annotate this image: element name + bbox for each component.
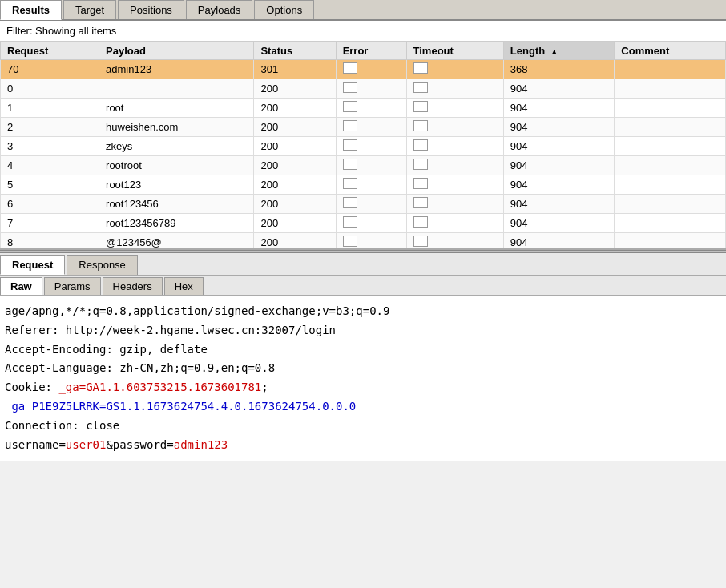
table-cell [99, 79, 254, 99]
table-cell: 3 [1, 137, 99, 156]
request-text-black: Accept-Encoding: gzip, deflate [5, 343, 208, 356]
table-cell: 70 [1, 60, 99, 79]
table-cell: huweishen.com [99, 118, 254, 137]
tab-request[interactable]: Request [0, 255, 65, 275]
error-checkbox[interactable] [343, 139, 357, 151]
table-cell: 200 [254, 214, 336, 233]
table-cell: 6 [1, 195, 99, 214]
table-cell [406, 137, 503, 156]
table-row[interactable]: 6root123456200904 [1, 195, 726, 214]
table-cell [615, 60, 726, 79]
table-cell [615, 118, 726, 137]
table-row[interactable]: 3zkeys200904 [1, 137, 726, 156]
request-text-black: &password= [106, 438, 173, 451]
timeout-checkbox[interactable] [413, 101, 428, 112]
table-cell: @123456@ [99, 233, 254, 251]
table-cell: 904 [503, 156, 614, 175]
table-row[interactable]: 1root200904 [1, 99, 726, 118]
request-text-black: ; [261, 381, 268, 393]
col-status[interactable]: Status [254, 42, 336, 60]
timeout-checkbox[interactable] [413, 120, 428, 131]
table-row[interactable]: 70admin123301368 [1, 60, 726, 79]
error-checkbox[interactable] [343, 236, 357, 247]
table-cell: 4 [1, 156, 99, 175]
timeout-checkbox[interactable] [413, 62, 428, 74]
error-checkbox[interactable] [343, 159, 357, 170]
table-cell [406, 156, 503, 175]
request-text-red: _ga=GA1.1.603753215.1673601781 [58, 381, 261, 393]
timeout-checkbox[interactable] [413, 159, 428, 170]
error-checkbox[interactable] [343, 82, 357, 93]
request-text-black: Accept-Language: zh-CN,zh;q=0.9,en;q=0.8 [5, 361, 275, 374]
table-cell: rootroot [99, 156, 254, 175]
request-line: _ga_P1E9Z5LRRK=GS1.1.1673624754.4.0.1673… [5, 397, 721, 417]
request-text-black: Referer: http://week-2.hgame.lwsec.cn:32… [5, 324, 336, 336]
error-checkbox[interactable] [343, 216, 357, 228]
table-row[interactable]: 7root123456789200904 [1, 214, 726, 233]
table-cell: root123456789 [99, 214, 254, 233]
tab-options[interactable]: Options [254, 0, 314, 19]
tab-payloads[interactable]: Payloads [186, 0, 252, 19]
request-line: Connection: close [5, 417, 721, 436]
table-cell [406, 195, 503, 214]
tab-response[interactable]: Response [67, 255, 138, 275]
timeout-checkbox[interactable] [413, 216, 428, 228]
request-text-red: user01 [66, 438, 107, 451]
table-cell [615, 79, 726, 99]
table-cell: 368 [503, 60, 614, 79]
filter-bar: Filter: Showing all items [0, 21, 726, 42]
table-row[interactable]: 2huweishen.com200904 [1, 118, 726, 137]
table-cell [336, 118, 406, 137]
request-line: Cookie: _ga=GA1.1.603753215.1673601781; [5, 378, 721, 397]
request-text-black: Cookie: [5, 381, 58, 393]
table-cell: 904 [503, 214, 614, 233]
table-cell: admin123 [99, 60, 254, 79]
timeout-checkbox[interactable] [413, 197, 428, 208]
sub-tab-hex[interactable]: Hex [164, 277, 204, 295]
col-error[interactable]: Error [336, 42, 406, 60]
timeout-checkbox[interactable] [413, 139, 428, 151]
table-cell: root [99, 99, 254, 118]
table-cell [336, 79, 406, 99]
col-timeout[interactable]: Timeout [406, 42, 503, 60]
timeout-checkbox[interactable] [413, 236, 428, 247]
col-comment[interactable]: Comment [615, 42, 726, 60]
table-cell: 7 [1, 214, 99, 233]
table-cell [406, 99, 503, 118]
table-cell: 904 [503, 233, 614, 251]
timeout-checkbox[interactable] [413, 178, 428, 189]
table-row[interactable]: 0200904 [1, 79, 726, 99]
table-row[interactable]: 4rootroot200904 [1, 156, 726, 175]
table-cell [406, 233, 503, 251]
table-cell [336, 156, 406, 175]
table-cell: 2 [1, 118, 99, 137]
table-cell [615, 156, 726, 175]
tab-target[interactable]: Target [63, 0, 116, 19]
table-cell: zkeys [99, 137, 254, 156]
table-cell [615, 233, 726, 251]
table-cell: 904 [503, 99, 614, 118]
error-checkbox[interactable] [343, 178, 357, 189]
error-checkbox[interactable] [343, 197, 357, 208]
sub-tab-params[interactable]: Params [44, 277, 101, 295]
sub-tab-raw[interactable]: Raw [0, 277, 42, 295]
tab-positions[interactable]: Positions [118, 0, 184, 19]
error-checkbox[interactable] [343, 101, 357, 112]
tab-results[interactable]: Results [0, 0, 62, 20]
sub-tab-headers[interactable]: Headers [103, 277, 163, 295]
timeout-checkbox[interactable] [413, 82, 428, 93]
table-cell: 1 [1, 99, 99, 118]
col-request[interactable]: Request [1, 42, 99, 60]
table-cell [406, 118, 503, 137]
table-row[interactable]: 8@123456@200904 [1, 233, 726, 251]
table-row[interactable]: 5root123200904 [1, 175, 726, 195]
table-cell: 904 [503, 175, 614, 195]
col-length[interactable]: Length ▲ [503, 42, 614, 60]
table-cell [406, 60, 503, 79]
error-checkbox[interactable] [343, 62, 357, 74]
request-line: Accept-Language: zh-CN,zh;q=0.9,en;q=0.8 [5, 359, 721, 378]
sort-arrow-icon: ▲ [551, 47, 559, 56]
request-text-black: age/apng,*/*;q=0.8,application/signed-ex… [5, 304, 389, 317]
col-payload[interactable]: Payload [99, 42, 254, 60]
error-checkbox[interactable] [343, 120, 357, 131]
